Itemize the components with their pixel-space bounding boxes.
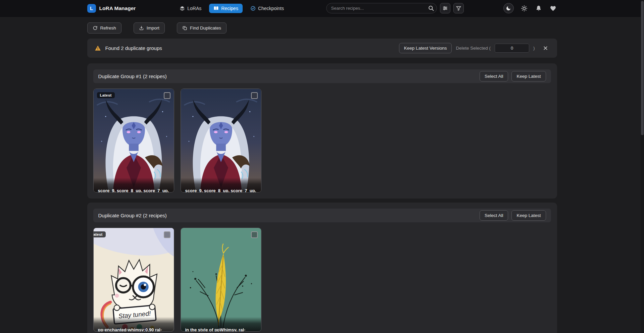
recipe-caption: in the style of ppWhimsy, ral-frctlgmtry… [181, 317, 261, 331]
theme-toggle-button[interactable] [503, 3, 514, 13]
group-2-cards: Stay tuned! Latest pp-enchanted-whimsy:0… [93, 228, 551, 332]
favorites-button[interactable] [550, 5, 557, 12]
latest-badge: Latest [97, 92, 115, 98]
close-alert-button[interactable] [543, 45, 550, 52]
duplicate-group-2: Duplicate Group #2 (2 recipes) Select Al… [87, 203, 557, 333]
toolbar: Refresh Import Find Duplicates [87, 22, 557, 34]
check-circle-icon [250, 6, 256, 11]
duplicate-group-1: Duplicate Group #1 (2 recipes) Select Al… [87, 63, 557, 199]
scrollbar-thumb[interactable] [641, 1, 644, 135]
recipe-card[interactable]: Stay tuned! Latest pp-enchanted-whimsy:0… [93, 228, 174, 332]
recipe-caption: score_9, score_8_up, score_7_up, BREAK, … [181, 178, 261, 192]
recipe-card[interactable]: in the style of ppWhimsy, ral-frctlgmtry… [181, 228, 261, 332]
alert-message: Found 2 duplicate groups [105, 45, 162, 51]
recipe-caption: score_9, score_8_up, score_7_up, BREAK, … [94, 178, 174, 192]
delete-selected-suffix: ) [533, 46, 535, 51]
sliders-button[interactable] [440, 3, 450, 13]
app-title: LoRA Manager [99, 5, 136, 11]
recipe-card[interactable]: score_9, score_8_up, score_7_up, BREAK, … [181, 89, 261, 192]
group-2-header: Duplicate Group #2 (2 recipes) Select Al… [93, 209, 551, 222]
nav-search-area [326, 3, 464, 13]
card-checkbox[interactable] [251, 231, 258, 238]
notifications-button[interactable] [535, 5, 543, 12]
tab-checkpoints-label: Checkpoints [258, 6, 284, 11]
moon-icon [506, 6, 511, 11]
vertical-scrollbar[interactable] [641, 0, 644, 333]
tab-loras-label: LoRAs [187, 6, 201, 11]
close-icon [543, 46, 550, 51]
group-1-header: Duplicate Group #1 (2 recipes) Select Al… [93, 69, 551, 83]
recipe-image-demon-girl [181, 89, 261, 192]
import-button[interactable]: Import [134, 22, 165, 34]
search-icon [428, 5, 434, 11]
app-logo-letter: L [90, 5, 93, 11]
sliders-icon [442, 5, 448, 11]
group-2-title: Duplicate Group #2 (2 recipes) [98, 213, 167, 218]
book-icon [213, 6, 219, 11]
group-1-select-all-button[interactable]: Select All [480, 71, 508, 81]
delete-selected-label: Delete Selected ( [456, 46, 491, 51]
filter-button[interactable] [453, 3, 464, 13]
import-label: Import [147, 25, 159, 31]
group-2-keep-latest-button[interactable]: Keep Latest [511, 210, 546, 221]
recipe-card[interactable]: Latest score_9, score_8_up, score_7_up, … [93, 89, 174, 192]
refresh-button[interactable]: Refresh [87, 22, 121, 34]
tab-loras[interactable]: LoRAs [175, 4, 206, 13]
group-1-cards: Latest score_9, score_8_up, score_7_up, … [93, 89, 551, 192]
search-button[interactable] [427, 4, 435, 12]
find-duplicates-button[interactable]: Find Duplicates [177, 22, 227, 34]
recipe-image-feather [181, 228, 261, 331]
recipe-image-cat: Stay tuned! [94, 228, 174, 331]
duplicates-alert: Found 2 duplicate groups Keep Latest Ver… [87, 39, 557, 58]
card-checkbox[interactable] [251, 92, 258, 99]
layers-icon [180, 6, 185, 11]
heart-icon [550, 5, 557, 12]
app-logo[interactable]: L [87, 4, 96, 13]
navbar: L LoRA Manager LoRAs Recipe [0, 0, 644, 16]
group-2-select-all-button[interactable]: Select All [480, 210, 508, 221]
refresh-icon [93, 25, 98, 31]
settings-button[interactable] [521, 5, 528, 12]
recipe-image-demon-girl [94, 89, 174, 192]
latest-badge: Latest [93, 231, 106, 237]
brand: L LoRA Manager [87, 4, 136, 13]
refresh-label: Refresh [100, 25, 116, 31]
copy-icon [182, 25, 187, 31]
bell-icon [535, 5, 543, 12]
recipe-caption: pp-enchanted-whimsy:0.90 ral-frctlgmtry_… [94, 317, 174, 331]
group-1-title: Duplicate Group #1 (2 recipes) [98, 73, 167, 79]
warning-icon [95, 45, 101, 51]
group-1-keep-latest-button[interactable]: Keep Latest [511, 71, 546, 81]
import-icon [139, 25, 144, 31]
card-checkbox[interactable] [164, 231, 170, 238]
search-input[interactable] [326, 3, 437, 13]
delete-count-input[interactable] [495, 44, 529, 53]
find-duplicates-label: Find Duplicates [190, 25, 221, 31]
tab-recipes[interactable]: Recipes [209, 4, 243, 13]
card-checkbox[interactable] [164, 92, 170, 99]
gear-icon [521, 5, 528, 12]
keep-latest-versions-button[interactable]: Keep Latest Versions [399, 43, 452, 53]
nav-actions [503, 3, 557, 13]
funnel-icon [456, 5, 461, 11]
main-content: Refresh Import Find Duplicates [87, 22, 557, 333]
tab-recipes-label: Recipes [221, 6, 238, 11]
nav-tabs: LoRAs Recipes Checkpoints [175, 4, 288, 13]
tab-checkpoints[interactable]: Checkpoints [246, 4, 288, 13]
